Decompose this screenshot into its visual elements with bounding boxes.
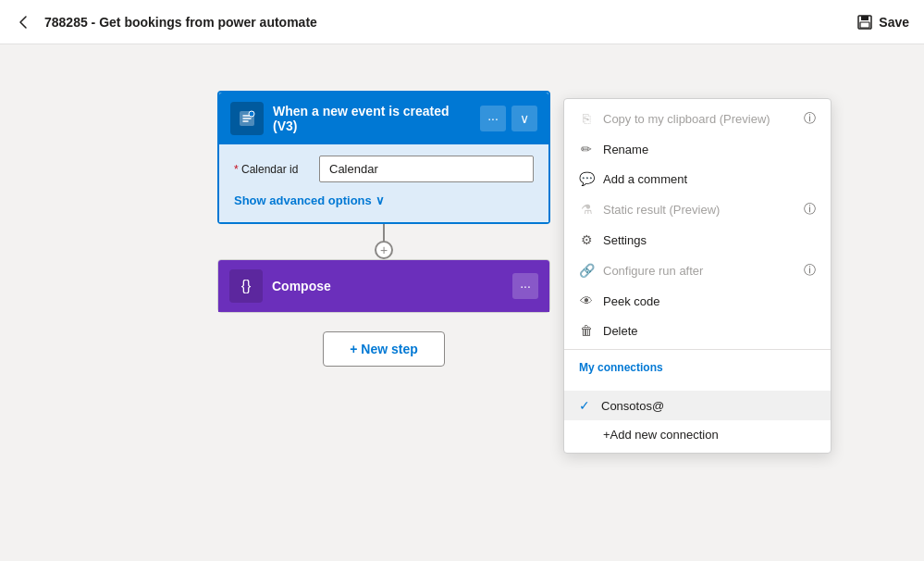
trigger-header: When a new event is created (V3) ··· ∨ bbox=[219, 93, 548, 144]
new-step-button[interactable]: + New step bbox=[323, 331, 445, 367]
connections-spacer bbox=[564, 378, 831, 391]
page-title: 788285 - Get bookings from power automat… bbox=[44, 15, 317, 30]
context-menu: ⎘ Copy to my clipboard (Preview) ⓘ ✏ Ren… bbox=[563, 98, 832, 454]
copy-icon: ⎘ bbox=[579, 111, 594, 126]
checkmark-icon: ✓ bbox=[579, 398, 590, 413]
static-result-icon: ⚗ bbox=[579, 202, 594, 217]
svg-rect-1 bbox=[861, 16, 869, 20]
compose-header: {} Compose ··· bbox=[218, 260, 549, 312]
calendar-label: * Calendar id bbox=[234, 163, 308, 176]
menu-item-static-result[interactable]: ⚗ Static result (Preview) ⓘ bbox=[564, 193, 831, 225]
save-button[interactable]: Save bbox=[856, 14, 909, 31]
rename-icon: ✏ bbox=[579, 142, 594, 156]
canvas: When a new event is created (V3) ··· ∨ *… bbox=[0, 44, 924, 561]
menu-divider-1 bbox=[564, 349, 831, 350]
show-advanced-button[interactable]: Show advanced options ∨ bbox=[234, 190, 385, 211]
trigger-card: When a new event is created (V3) ··· ∨ *… bbox=[217, 91, 550, 224]
compose-icon: {} bbox=[229, 269, 263, 303]
menu-item-connection[interactable]: ✓ Consotos@ bbox=[564, 391, 831, 420]
more-options-button[interactable]: ··· bbox=[480, 106, 506, 131]
menu-item-rename[interactable]: ✏ Rename bbox=[564, 134, 831, 164]
my-connections-title: My connections bbox=[564, 354, 831, 378]
menu-item-delete[interactable]: 🗑 Delete bbox=[564, 316, 831, 345]
peek-code-icon: 👁 bbox=[579, 293, 594, 308]
topbar: 788285 - Get bookings from power automat… bbox=[0, 0, 924, 44]
menu-item-peek-code[interactable]: 👁 Peek code bbox=[564, 286, 831, 316]
configure-run-after-icon: 🔗 bbox=[579, 263, 594, 278]
menu-item-add-connection[interactable]: +Add new connection bbox=[564, 420, 831, 449]
menu-item-configure-run-after[interactable]: 🔗 Configure run after ⓘ bbox=[564, 255, 831, 286]
compose-actions: ··· bbox=[512, 273, 538, 299]
save-label: Save bbox=[879, 15, 909, 30]
connector-1: + bbox=[383, 224, 385, 250]
trigger-title: When a new event is created (V3) bbox=[273, 104, 471, 133]
settings-icon: ⚙ bbox=[579, 232, 594, 247]
compose-title: Compose bbox=[272, 279, 503, 293]
calendar-input[interactable] bbox=[319, 156, 534, 182]
back-button[interactable] bbox=[15, 13, 33, 31]
connector-dot-1: + bbox=[375, 241, 393, 259]
delete-icon: 🗑 bbox=[579, 323, 594, 338]
calendar-field-row: * Calendar id bbox=[234, 156, 534, 182]
topbar-left: 788285 - Get bookings from power automat… bbox=[15, 13, 317, 31]
collapse-button[interactable]: ∨ bbox=[511, 106, 537, 131]
svg-rect-2 bbox=[860, 22, 869, 28]
menu-item-settings[interactable]: ⚙ Settings bbox=[564, 225, 831, 255]
copy-info-icon: ⓘ bbox=[804, 110, 816, 127]
comment-icon: 💬 bbox=[579, 171, 594, 186]
compose-more-button[interactable]: ··· bbox=[512, 273, 538, 299]
svg-point-4 bbox=[249, 111, 254, 117]
menu-item-copy[interactable]: ⎘ Copy to my clipboard (Preview) ⓘ bbox=[564, 103, 831, 134]
flow-container: When a new event is created (V3) ··· ∨ *… bbox=[217, 91, 550, 367]
menu-item-add-comment[interactable]: 💬 Add a comment bbox=[564, 164, 831, 193]
trigger-icon bbox=[230, 102, 264, 135]
trigger-actions: ··· ∨ bbox=[480, 106, 537, 131]
chevron-down-icon: ∨ bbox=[376, 193, 385, 207]
static-result-info-icon: ⓘ bbox=[804, 201, 816, 218]
trigger-body: * Calendar id Show advanced options ∨ bbox=[219, 144, 548, 222]
compose-card: {} Compose ··· bbox=[217, 259, 550, 313]
configure-run-after-info-icon: ⓘ bbox=[804, 262, 816, 279]
